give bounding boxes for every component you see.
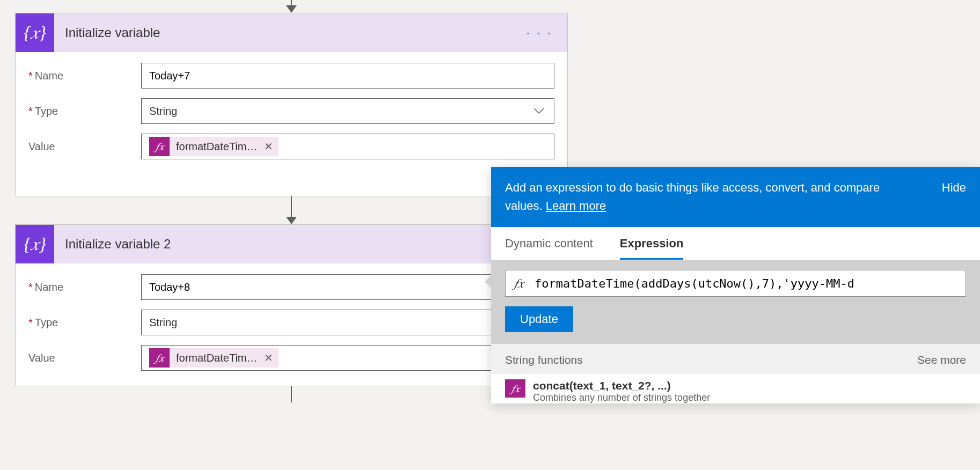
expression-token[interactable]: 𝑓𝑥 formatDateTim… ✕ (149, 137, 279, 156)
function-item-concat[interactable]: 𝑓𝑥 concat(text_1, text_2?, ...) Combines… (491, 374, 980, 403)
remove-token-button[interactable]: ✕ (264, 351, 273, 364)
card-header[interactable]: {𝑥} Initialize variable 2 (16, 225, 567, 263)
callout-arrow-icon (485, 274, 492, 289)
chevron-down-icon (533, 105, 544, 118)
connector-arrow (15, 386, 568, 402)
fx-icon: 𝑓𝑥 (505, 379, 525, 398)
update-button[interactable]: Update (505, 306, 573, 332)
see-more-link[interactable]: See more (917, 354, 966, 366)
value-label: Value (28, 141, 141, 153)
learn-more-link[interactable]: Learn more (546, 199, 606, 212)
card-title: Initialize variable (65, 25, 160, 40)
name-input-field[interactable] (149, 70, 546, 82)
flow-canvas: {𝑥} Initialize variable · · · *Name *Typ… (15, 0, 568, 402)
value-input[interactable]: 𝑓𝑥 formatDateTim… ✕ (141, 134, 554, 159)
type-selected-value: String (149, 317, 177, 329)
remove-token-button[interactable]: ✕ (264, 140, 273, 153)
type-select[interactable]: String (141, 98, 554, 124)
expression-token[interactable]: 𝑓𝑥 formatDateTim… ✕ (149, 348, 279, 368)
fx-icon: 𝑓𝑥 (149, 348, 170, 368)
token-text: formatDateTim… (176, 352, 258, 364)
name-label: *Name (28, 281, 141, 293)
fx-icon: 𝑓𝑥 (149, 137, 170, 156)
panel-header: Add an expression to do basic things lik… (491, 167, 980, 227)
hide-panel-button[interactable]: Hide (942, 179, 966, 197)
variable-icon: {𝑥} (16, 13, 54, 52)
fx-icon: 𝑓𝑥 (506, 276, 532, 291)
card-header[interactable]: {𝑥} Initialize variable · · · (16, 13, 567, 52)
section-title: String functions (505, 354, 583, 366)
panel-intro-text: Add an expression to do basic things lik… (505, 179, 920, 215)
type-label: *Type (28, 105, 141, 118)
variable-icon: {𝑥} (16, 225, 54, 263)
expression-text-field[interactable] (532, 270, 966, 296)
function-section-header: String functions See more (491, 344, 980, 374)
name-label: *Name (28, 70, 141, 82)
type-label: *Type (28, 317, 141, 329)
type-selected-value: String (149, 105, 177, 118)
expression-input[interactable]: 𝑓𝑥 (505, 270, 966, 297)
tab-expression[interactable]: Expression (620, 237, 684, 260)
connector-arrow (15, 196, 568, 224)
name-input[interactable] (141, 63, 554, 89)
card-title: Initialize variable 2 (65, 237, 171, 252)
function-description: Combines any number of strings together (533, 392, 710, 403)
value-label: Value (28, 352, 141, 364)
token-text: formatDateTim… (176, 141, 258, 153)
function-name: concat(text_1, text_2?, ...) (533, 379, 710, 392)
card-body: *Name *Type String Value 𝑓𝑥 (16, 52, 567, 196)
expression-edit-area: 𝑓𝑥 Update (491, 260, 980, 344)
connector-arrow (15, 0, 568, 13)
action-card-initialize-variable[interactable]: {𝑥} Initialize variable · · · *Name *Typ… (15, 13, 568, 196)
card-menu-button[interactable]: · · · (526, 13, 552, 52)
action-card-initialize-variable-2[interactable]: {𝑥} Initialize variable 2 *Name *Type St… (15, 224, 568, 386)
expression-editor-panel: Add an expression to do basic things lik… (491, 167, 980, 403)
panel-tabs: Dynamic content Expression (491, 227, 980, 260)
tab-dynamic-content[interactable]: Dynamic content (505, 237, 593, 260)
